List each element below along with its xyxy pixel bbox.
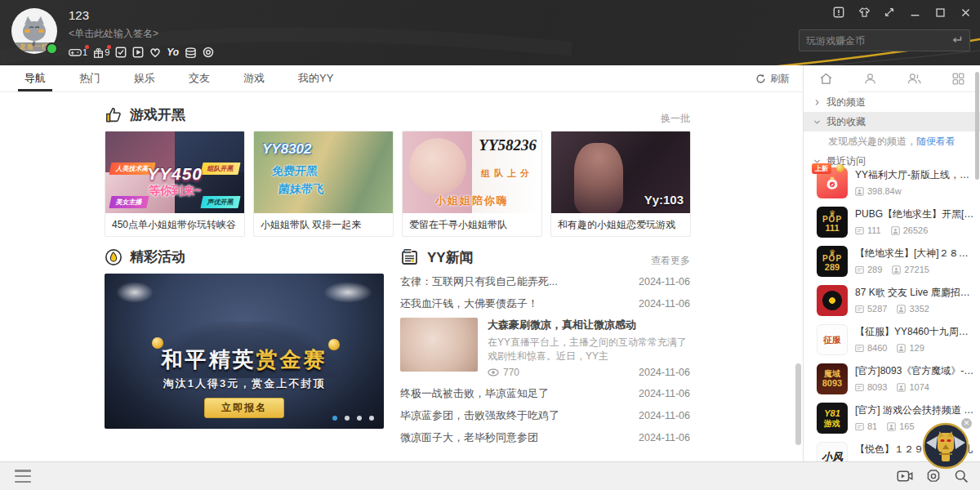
enter-icon[interactable] <box>951 33 963 48</box>
channel-item[interactable]: 上新 YY福利大厅-新版上线，Q币皮肤免费领 398.84w <box>804 164 980 203</box>
viewers-count: 1074 <box>909 382 929 392</box>
carousel-dot-1[interactable] <box>332 416 337 421</box>
channel-item[interactable]: ♛ POP 289 【绝地求生】[大神]２８９三角洲/联盟/赛 289 2721… <box>804 243 980 282</box>
news-item-text: 终极一战被击败，毕凉蓝知足了 <box>400 386 629 401</box>
game-card-4[interactable]: Yy:103 和有趣的小姐姐恋爱玩游戏 <box>550 131 691 237</box>
gift-badge-count: 9 <box>105 47 109 57</box>
tab-daohang[interactable]: 导航 <box>24 65 46 91</box>
scale-button[interactable] <box>883 6 896 19</box>
channel-item[interactable]: 魔域 8093 [官方]8093《官方魔域》-热血还在，我们 8093 1074 <box>804 360 980 399</box>
game-card-3[interactable]: YY58236 组队上分 小姐姐陪你嗨 爱留在千寻小姐姐带队 <box>402 131 542 237</box>
search-icon <box>954 469 969 483</box>
notification-dot <box>85 45 89 49</box>
channel-stats: 111 26526 <box>855 225 975 235</box>
group-my-channels[interactable]: 我的频道 <box>804 92 980 112</box>
news-item[interactable]: 终极一战被击败，毕凉蓝知足了 2024-11-06 <box>400 385 690 402</box>
minimize-button[interactable] <box>908 6 921 19</box>
maximize-button[interactable] <box>933 6 947 19</box>
see-more-link[interactable]: 查看更多 <box>651 254 690 268</box>
channel-id-stat: 289 <box>855 265 882 274</box>
news-item[interactable]: 微凉面子大，老毕秒同意参团 2024-11-06 <box>400 430 690 446</box>
news-item[interactable]: 玄律：互联网只有我自己能弄死... 2024-11-06 <box>400 274 690 290</box>
heart-icon <box>149 47 161 58</box>
minimize-icon <box>910 7 920 18</box>
skin-button[interactable] <box>858 6 871 19</box>
news-item-date: 2024-11-06 <box>639 298 690 310</box>
search-button[interactable] <box>954 469 969 483</box>
emblem-close-icon[interactable]: ✕ <box>961 418 972 429</box>
check-square-badge[interactable] <box>115 47 127 58</box>
channel-id: 111 <box>867 225 881 235</box>
nav-tabs: 导航 热门 娱乐 交友 游戏 我的YY <box>24 65 333 91</box>
gift-badge[interactable]: 9 <box>93 47 109 58</box>
chevron-down-icon <box>813 118 821 126</box>
tab-wodeyy[interactable]: 我的YY <box>298 65 333 91</box>
video-square-badge[interactable] <box>132 47 144 58</box>
news-item[interactable]: 还我血汗钱，大佛要债磊子！ 2024-11-06 <box>400 296 690 312</box>
main-scrollbar-thumb[interactable] <box>795 363 801 445</box>
carousel-dot-4[interactable] <box>369 416 374 421</box>
discover-text: 发现感兴趣的频道， <box>828 135 916 149</box>
news-section-title: YY新闻 <box>427 248 474 267</box>
game-card-2[interactable]: YY8302 免费开黑 菌妹带飞 小姐姐带队 双排一起来 <box>253 131 394 237</box>
person-icon <box>863 72 877 86</box>
ring-badge[interactable] <box>203 47 214 58</box>
tab-yule[interactable]: 娱乐 <box>134 65 155 91</box>
screen-record-button[interactable] <box>897 470 913 483</box>
activity-banner[interactable]: 和平精英赏金赛 淘汰1人得3元，赏金上不封顶 立即报名 <box>105 274 384 429</box>
lion-emblem-image <box>921 421 970 470</box>
game-card-1-image: 人美技术高 组队开黑 美女主播 声优开黑 YY450 等你到来~ <box>105 131 244 213</box>
game-card-1[interactable]: 人美技术高 组队开黑 美女主播 声优开黑 YY450 等你到来~ 450点单小姐… <box>105 131 245 237</box>
sidebar-tab-apps[interactable] <box>936 65 980 92</box>
channel-id-stat: 81 <box>855 421 877 431</box>
heart-badge[interactable] <box>149 47 161 58</box>
main-content: 游戏开黑 换一批 人美技术高 组队开黑 美女主播 声优开黑 YY450 等你到来… <box>0 92 803 461</box>
channel-sidebar: 我的频道 我的收藏 发现感兴趣的频道， 随便看看 最近访问 上新 <box>803 65 980 461</box>
signature-placeholder[interactable]: <单击此处输入签名> <box>69 27 214 41</box>
card-slogan: 组队上分 <box>481 167 533 180</box>
news-item-date: 2024-11-06 <box>639 432 690 443</box>
news-item[interactable]: 毕凉蓝参团，击败强敌终于吃鸡了 2024-11-06 <box>400 408 690 424</box>
channel-id-icon <box>855 383 864 392</box>
search-input[interactable] <box>806 35 946 47</box>
tab-jiaoyou[interactable]: 交友 <box>189 65 210 91</box>
activity-section-title: 精彩活动 <box>130 247 185 266</box>
channel-id-stat: 8093 <box>855 382 887 392</box>
controller-icon <box>69 47 82 57</box>
news-featured-item[interactable]: 大森豪刷微凉，真相让微凉感动 在YY直播平台上，主播之间的互动常常充满了戏剧性和… <box>400 318 690 378</box>
lens-icon <box>926 469 941 483</box>
sidebar-tab-contacts[interactable] <box>892 65 936 92</box>
change-batch-link[interactable]: 换一批 <box>661 112 690 126</box>
channel-item[interactable]: 87 K歌 交友 Live 鹿麝招歌手 首页排行榜 5287 3352 <box>804 282 980 321</box>
menu-icon[interactable] <box>15 470 31 483</box>
refresh-button[interactable]: 刷新 <box>755 65 790 92</box>
tab-remen[interactable]: 热门 <box>79 65 100 91</box>
discover-link[interactable]: 随便看看 <box>916 135 956 149</box>
sidebar-tab-profile[interactable] <box>848 65 892 92</box>
channel-item[interactable]: ♛ POP 111 PUBG【绝地求生】开黑[大神]全网第一名 111 2652… <box>804 203 980 243</box>
sidebar-scrollbar-thumb[interactable] <box>975 72 979 180</box>
icon-text: 征服 <box>823 334 841 346</box>
sidebar-tab-home[interactable] <box>804 65 848 92</box>
card-slogan: 等你到来~ <box>105 184 244 198</box>
viewers-icon <box>897 344 906 353</box>
username[interactable]: 123 <box>69 8 214 22</box>
feedback-button[interactable] <box>832 6 845 19</box>
channel-id-icon <box>855 305 864 314</box>
game-card-2-title: 小姐姐带队 双排一起来 <box>254 213 393 236</box>
close-button[interactable] <box>959 6 972 19</box>
tab-youxi[interactable]: 游戏 <box>243 65 265 91</box>
carousel-dot-3[interactable] <box>357 416 362 421</box>
refresh-icon <box>755 74 766 84</box>
game-card-4-title: 和有趣的小姐姐恋爱玩游戏 <box>551 213 690 236</box>
coins-badge[interactable] <box>185 47 197 58</box>
group-my-favorites[interactable]: 我的收藏 <box>804 112 980 131</box>
lens-button[interactable] <box>926 469 941 483</box>
signup-button[interactable]: 立即报名 <box>204 398 284 418</box>
golden-lion-badge[interactable]: ✕ <box>921 421 970 470</box>
carousel-dot-2[interactable] <box>345 416 350 421</box>
yo-badge[interactable]: Yo <box>167 47 179 58</box>
apps-grid-icon <box>951 72 965 86</box>
channel-item[interactable]: 征服 【征服】YY8460十九周年庆一起闯荡19年 8460 129 <box>804 321 980 360</box>
controller-badge[interactable]: 1 <box>69 47 87 57</box>
